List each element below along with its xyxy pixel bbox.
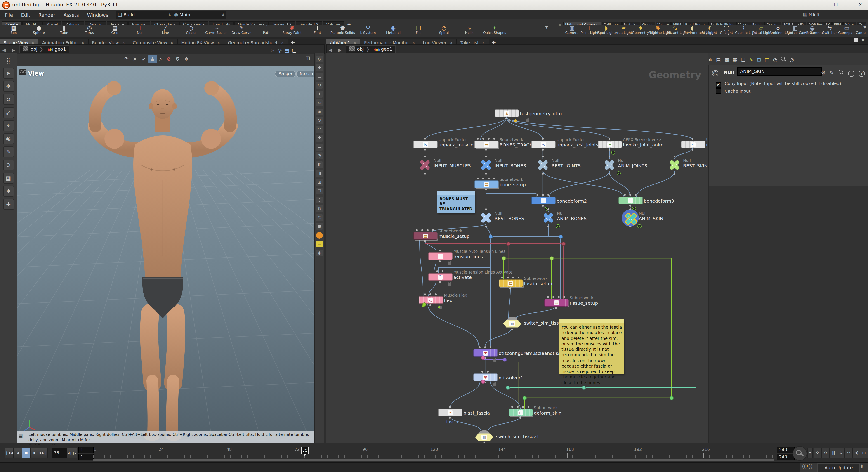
shelf-tool-curve-bezier[interactable]: ↝Curve Bezier [204,25,229,35]
shelf-tool-font[interactable]: TFont [305,25,330,35]
input-dot[interactable] [692,138,693,140]
viewport-tool-icon-1[interactable]: ➤ [3,68,14,79]
network-editor[interactable]: Geometry ♟testgeometry_otto⇱Unpack Folde… [327,53,708,443]
input-dot[interactable] [563,296,565,298]
shelf-tool-geometry-light[interactable]: ♦Geometry Light [632,25,649,35]
output-dot[interactable] [629,226,631,227]
viewport-toolbar-icon-4[interactable]: ⌕ [157,55,164,63]
shelf-tool-portal-light[interactable]: ▱Portal Light [752,25,770,35]
scene-viewport[interactable] [17,66,314,443]
maximize-button[interactable]: ❐ [830,1,842,8]
breadcrumb[interactable]: obj ❯ geo1 [19,45,69,53]
step-forward[interactable]: ❘▶ [72,448,77,459]
playbar-icon-add-key[interactable]: ⊕ [837,448,845,458]
display-option-icon-5[interactable]: ▱ [316,99,323,106]
viewport-toolbar-icon-6[interactable]: ⚙ [173,55,182,63]
input-dot[interactable] [542,138,544,140]
main-take-selector[interactable]: ◎ Main⇕ [172,11,226,19]
bypass-badge-icon[interactable] [638,224,642,228]
playbar-icon-undo[interactable]: ↩ [844,448,852,458]
shelf-tool-gamepad-camera[interactable]: ▭Gamepad Camera [838,25,855,35]
layout-icon[interactable]: ◫ [305,55,310,61]
viewport-tool-icon-11[interactable]: ✚ [3,199,14,210]
output-dot[interactable] [520,417,521,419]
shelf-tab-grains[interactable]: Grains [640,22,655,25]
target-rings-icon[interactable]: ◎ [276,46,283,54]
node-body[interactable]: ⌒ [428,252,453,260]
input-dot[interactable] [424,138,426,140]
node-body[interactable]: ▥ [475,431,493,441]
timeline-scrollbar[interactable] [93,459,774,461]
output-dot[interactable] [485,149,487,151]
wire-junction-dot[interactable] [481,356,485,360]
input-dot[interactable] [442,270,443,272]
current-frame-field[interactable]: 75 [52,448,69,458]
shelf-tab-sop-pyro-fx[interactable]: SOP Pyro FX [781,22,806,25]
menu-assets[interactable]: Assets [59,11,83,19]
output-dot[interactable] [485,189,487,190]
shelf-tab-collisions[interactable]: Collisions [602,22,622,25]
set-key-button[interactable] [793,446,807,461]
shelf-tool-box[interactable]: ▦Box [1,25,26,35]
menu-file[interactable]: File [1,11,17,19]
output-dot[interactable] [542,205,544,207]
transport-fast-forward[interactable]: ▶▶❘ [39,448,48,459]
shelf-tab-create[interactable]: Create [2,21,22,25]
shelf-tool-stereo-camera[interactable]: ◧Stereo Camera [786,25,804,35]
checkbox-checked[interactable]: ✔ [716,82,721,88]
network-toolbar-icon-4[interactable]: ▦ [733,57,737,63]
viewport-tool-icon-9[interactable]: ▦ [3,173,14,184]
persp-button[interactable]: Persp ▾ [275,70,296,77]
output-dot[interactable] [485,173,487,175]
playbar-icon-audio[interactable]: ◄) [852,448,860,458]
shelf-tool-spray-paint[interactable]: ✺Spray Paint [279,25,305,35]
menu-windows[interactable]: Windows [83,11,112,19]
gear-icon[interactable]: ❋ [821,70,825,76]
node-body[interactable] [668,159,681,171]
input-dot[interactable] [449,406,451,408]
panel-icon[interactable]: ▢ [290,46,298,54]
input-dot[interactable] [484,346,486,348]
input-dot[interactable] [477,138,479,140]
view-camera-icon[interactable] [19,69,26,75]
node-body[interactable]: ▤ [544,299,569,307]
shelf-tool-grid[interactable]: ▤Grid [102,25,127,35]
shelf-tool-path[interactable]: ⌒Path [254,25,279,35]
display-option-icon-14[interactable]: ⊞ [316,179,323,186]
input-dot[interactable] [537,194,538,196]
wire-junction-dot[interactable] [523,396,527,400]
menu-edit[interactable]: Edit [17,11,34,19]
shelf-tool-torus[interactable]: ◎Torus [77,25,102,35]
shelf-tab-viscous-fluids[interactable]: Viscous Fluids [737,22,764,25]
input-dot[interactable] [488,178,490,180]
shelf-tab-texture[interactable]: Texture [107,21,128,25]
input-dot[interactable] [421,229,423,231]
shelf-tool-area-light[interactable]: ▰Area Light [615,25,632,35]
output-dot[interactable] [430,304,431,306]
shelf-tab-volume[interactable]: Volume [322,21,344,25]
node-body[interactable]: ▤ [508,409,533,416]
input-dot[interactable] [483,178,484,180]
shelf-tool-vr-camera[interactable]: ◒VR Camera [804,25,821,35]
input-dot[interactable] [427,229,429,231]
node-body[interactable]: ✦ [598,140,622,148]
range-start-field-2[interactable]: 1 [78,454,94,460]
display-option-icon-11[interactable]: ◔ [316,152,323,159]
display-option-icon-1[interactable]: ◆ [316,64,323,71]
input-dot[interactable] [435,293,437,295]
shelf-tool-switcher[interactable]: ⇆Switcher [821,25,838,35]
input-dot[interactable] [424,293,426,295]
checkbox-unchecked[interactable] [716,88,721,94]
wire-junction-dot[interactable] [561,242,565,246]
node-body[interactable]: ◡ [418,296,443,304]
shelf-tool-point-light[interactable]: ✛Point Light [581,25,598,35]
wire-junction-dot[interactable] [489,234,493,239]
playbar-icon-scrub[interactable]: ⊙ [822,448,830,458]
output-dot[interactable] [511,329,513,331]
output-dot[interactable] [439,260,441,262]
input-dot[interactable] [493,178,495,180]
shelf-tool-gi-light[interactable]: ◯GI Light [718,25,735,35]
display-option-icon-12[interactable]: ◧ [316,161,323,168]
display-option-icon-6[interactable]: ◈ [316,108,323,115]
node-body[interactable] [418,159,431,171]
